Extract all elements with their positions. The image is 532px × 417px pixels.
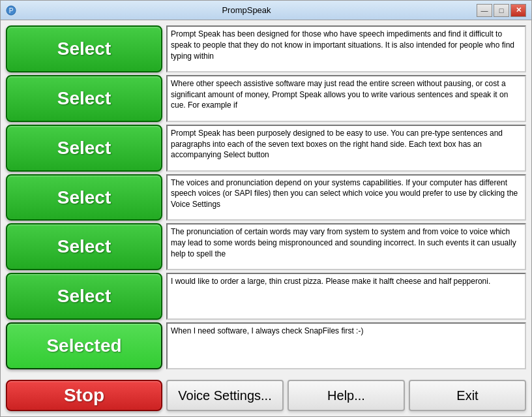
select-button-6[interactable]: Select bbox=[6, 273, 162, 320]
text-area-3[interactable] bbox=[166, 125, 526, 172]
text-area-wrapper-5 bbox=[166, 223, 526, 270]
text-area-wrapper-2 bbox=[166, 75, 526, 122]
row-7: Selected bbox=[6, 322, 526, 369]
bottom-bar: Stop Voice Settings... Help... Exit bbox=[1, 375, 531, 416]
text-area-1[interactable] bbox=[166, 25, 526, 72]
text-area-wrapper-1 bbox=[166, 25, 526, 72]
stop-button[interactable]: Stop bbox=[6, 380, 162, 411]
text-area-wrapper-6 bbox=[166, 273, 526, 320]
text-area-5[interactable] bbox=[166, 223, 526, 270]
select-button-2[interactable]: Select bbox=[6, 75, 162, 122]
text-area-2[interactable] bbox=[166, 75, 526, 122]
app-icon: P bbox=[6, 5, 16, 16]
row-3: Select bbox=[6, 125, 526, 172]
select-button-5[interactable]: Select bbox=[6, 223, 162, 270]
exit-button[interactable]: Exit bbox=[409, 380, 526, 411]
text-area-4[interactable] bbox=[166, 174, 526, 221]
row-2: Select bbox=[6, 75, 526, 122]
window-title: PrompSpeak bbox=[16, 5, 477, 15]
row-1: Select bbox=[6, 25, 526, 72]
row-5: Select bbox=[6, 223, 526, 270]
voice-settings-button[interactable]: Voice Settings... bbox=[166, 380, 284, 411]
text-area-wrapper-7 bbox=[166, 322, 526, 369]
text-area-7[interactable] bbox=[166, 322, 526, 369]
main-content: SelectSelectSelectSelectSelectSelectSele… bbox=[1, 20, 531, 375]
text-area-wrapper-4 bbox=[166, 174, 526, 221]
title-bar: P PrompSpeak — □ ✕ bbox=[1, 1, 531, 20]
select-button-3[interactable]: Select bbox=[6, 125, 162, 172]
close-button[interactable]: ✕ bbox=[510, 4, 526, 17]
row-4: Select bbox=[6, 174, 526, 221]
select-button-1[interactable]: Select bbox=[6, 25, 162, 72]
window-controls: — □ ✕ bbox=[477, 4, 526, 17]
minimize-button[interactable]: — bbox=[477, 4, 492, 17]
select-button-7[interactable]: Selected bbox=[6, 322, 162, 369]
help-button[interactable]: Help... bbox=[288, 380, 405, 411]
text-area-wrapper-3 bbox=[166, 125, 526, 172]
text-area-6[interactable] bbox=[166, 273, 526, 320]
svg-text:P: P bbox=[9, 7, 14, 14]
main-window: P PrompSpeak — □ ✕ SelectSelectSelectSel… bbox=[0, 0, 532, 417]
select-button-4[interactable]: Select bbox=[6, 174, 162, 221]
row-6: Select bbox=[6, 273, 526, 320]
restore-button[interactable]: □ bbox=[494, 4, 509, 17]
